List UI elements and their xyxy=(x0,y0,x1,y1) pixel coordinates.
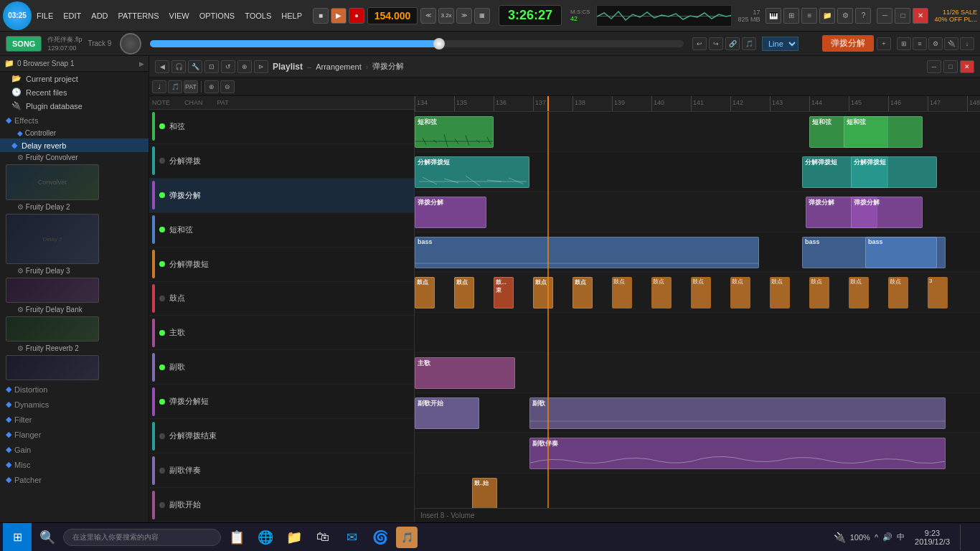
clip-5-7[interactable]: 鼓点 xyxy=(651,277,672,309)
clip-10-1[interactable]: 鼓..始 xyxy=(472,478,497,508)
rt-3[interactable]: ⚙ xyxy=(928,37,943,50)
clip-2-1[interactable]: 分解弹拨短 xyxy=(415,156,529,188)
pl-headphones[interactable]: 🎧 xyxy=(171,60,186,73)
plugin-icon[interactable]: ⚙ xyxy=(837,8,853,24)
sidebar-effects-section[interactable]: ◆ Effects xyxy=(0,113,149,128)
sidebar-recent-files[interactable]: 🕒 Recent files xyxy=(0,85,149,99)
channel-btn[interactable]: ▦ xyxy=(474,8,490,24)
clip-8-1[interactable]: 副歌开始 xyxy=(415,397,479,429)
clip-7-1[interactable]: 主歌 xyxy=(415,357,515,389)
sidebar-filter-section[interactable]: ◆ Filter xyxy=(0,412,149,427)
menu-view[interactable]: VIEW xyxy=(167,10,192,22)
sidebar-gain-section[interactable]: ◆ Gain xyxy=(0,442,149,457)
rt-2[interactable]: ≡ xyxy=(913,37,927,50)
pl-magnify[interactable]: ⊕ xyxy=(237,60,252,73)
taskbar-fl-icon[interactable]: 🎵 xyxy=(396,527,418,548)
clip-5-10[interactable]: 鼓点 xyxy=(770,277,790,309)
rt-5[interactable]: ↓ xyxy=(960,37,974,50)
taskbar-search-btn[interactable]: 🔍 xyxy=(34,524,60,550)
clip-5-1[interactable]: 鼓点 xyxy=(415,277,435,309)
track-name-row-11[interactable]: 副歌伴奏 xyxy=(149,453,414,488)
clip-9-1[interactable]: 副歌伴奏 xyxy=(529,438,946,469)
taskbar-store[interactable]: 🛍 xyxy=(310,524,336,550)
min-btn[interactable]: ─ xyxy=(877,8,892,24)
tempo-down[interactable]: ≪ xyxy=(420,8,436,24)
tempo-mode[interactable]: 3.2x xyxy=(438,8,454,24)
pl-close[interactable]: ✕ xyxy=(960,60,974,73)
track-name-row-4[interactable]: 短和弦 xyxy=(149,213,414,248)
clip-8-2[interactable]: 副歌 xyxy=(529,397,946,429)
play-btn[interactable]: ▶ xyxy=(331,8,347,24)
close-btn[interactable]: ✕ xyxy=(913,8,928,24)
sidebar-fruity-reeverb-2[interactable]: ⚙ Fruity Reeverb 2 xyxy=(0,343,149,354)
volume-slider[interactable] xyxy=(150,40,684,47)
sidebar-distortion-section[interactable]: ◆ Distortion xyxy=(0,382,149,397)
sidebar-flanger-section[interactable]: ◆ Flanger xyxy=(0,427,149,442)
tb-fwd[interactable]: ↪ xyxy=(709,37,723,50)
track-name-row-12[interactable]: 副歌开始 xyxy=(149,488,414,522)
piano-icon[interactable]: 🎹 xyxy=(765,8,781,24)
pl-tools[interactable]: 🔧 xyxy=(188,60,202,73)
track-name-row-8[interactable]: 副歌 xyxy=(149,350,414,385)
sidebar-fruity-convolver[interactable]: ⚙ Fruity Convolver xyxy=(0,152,149,163)
clip-2-3[interactable]: 分解弹拨短 xyxy=(851,156,937,188)
rt-1[interactable]: ⊞ xyxy=(897,37,911,50)
taskbar-browser2[interactable]: 🌀 xyxy=(367,524,393,550)
sidebar-fruity-delay-2[interactable]: ⚙ Fruity Delay 2 xyxy=(0,202,149,212)
pl-minimize[interactable]: ─ xyxy=(927,60,941,73)
clip-5-11[interactable]: 鼓点 xyxy=(809,277,829,309)
rt-4[interactable]: 🔌 xyxy=(944,37,958,50)
track-name-row-1[interactable]: 和弦 xyxy=(149,110,414,144)
track-name-row-7[interactable]: 主歌 xyxy=(149,316,414,350)
pt-chord[interactable]: 🎵 xyxy=(168,80,182,93)
bpm-display[interactable]: 154.000 xyxy=(367,7,418,24)
mixer-icon[interactable]: ≡ xyxy=(801,8,817,24)
menu-patterns[interactable]: PATTERNS xyxy=(116,10,161,22)
sidebar-misc-section[interactable]: ◆ Misc xyxy=(0,457,149,472)
pl-snap[interactable]: ⊡ xyxy=(204,60,219,73)
pl-loop[interactable]: ↺ xyxy=(221,60,235,73)
song-mode-btn[interactable]: SONG xyxy=(6,36,42,52)
clip-5-6[interactable]: 鼓点 xyxy=(612,277,632,309)
menu-add[interactable]: ADD xyxy=(89,10,110,22)
sidebar-fruity-delay-3[interactable]: ⚙ Fruity Delay 3 xyxy=(0,265,149,276)
track-name-row-10[interactable]: 分解弹拨结束 xyxy=(149,419,414,453)
track-name-row-9[interactable]: 弹拨分解短 xyxy=(149,385,414,419)
taskbar-edge[interactable]: 🌐 xyxy=(253,524,278,550)
track-name-row-2[interactable]: 分解弹拨 xyxy=(149,144,414,179)
pl-maximize[interactable]: □ xyxy=(943,60,958,73)
menu-file[interactable]: FILE xyxy=(34,10,55,22)
taskbar-task-view[interactable]: 📋 xyxy=(224,524,250,550)
tb-back[interactable]: ↩ xyxy=(692,37,707,50)
clip-3-1[interactable]: 弹拨分解 xyxy=(415,197,486,228)
clip-1-3[interactable]: 短和弦 xyxy=(844,116,923,148)
clip-5-3[interactable]: 鼓...束 xyxy=(494,277,514,309)
clip-5-4[interactable]: 鼓点 xyxy=(533,277,553,309)
volume-knob[interactable] xyxy=(120,33,141,55)
clip-5-13[interactable]: 鼓点 xyxy=(888,277,908,309)
taskbar-search-bar[interactable]: 在这里输入你要搜索的内容 xyxy=(63,529,221,546)
pt-zoom-in[interactable]: ⊕ xyxy=(204,80,219,93)
taskbar-mail[interactable]: ✉ xyxy=(339,524,364,550)
track-name-row-6[interactable]: 鼓点 xyxy=(149,282,414,316)
line-select[interactable]: Line xyxy=(762,37,798,51)
volume-icon[interactable]: 🔊 xyxy=(882,532,892,542)
sidebar-dynamics-section[interactable]: ◆ Dynamics xyxy=(0,397,149,412)
clip-5-12[interactable]: 鼓点 xyxy=(849,277,869,309)
clip-5-5[interactable]: 鼓点 xyxy=(573,277,593,309)
clip-4-1[interactable]: bass xyxy=(415,237,759,268)
pl-skip[interactable]: ⊳ xyxy=(254,60,268,73)
menu-options[interactable]: OPTIONS xyxy=(197,10,237,22)
track-name-row-5[interactable]: 分解弹拨短 xyxy=(149,248,414,282)
sidebar-controller[interactable]: ◆ Controller xyxy=(0,128,149,138)
tempo-up[interactable]: ≫ xyxy=(456,8,472,24)
menu-help[interactable]: HELP xyxy=(279,10,304,22)
smart-icon[interactable]: ? xyxy=(855,8,871,24)
browser-nav[interactable]: ▶ xyxy=(139,60,144,67)
sidebar-patcher-section[interactable]: ◆ Patcher xyxy=(0,472,149,487)
record-btn[interactable]: ● xyxy=(349,8,364,24)
chord-btn[interactable]: 弹拨分解 xyxy=(822,35,874,52)
pt-zoom-out[interactable]: ⊖ xyxy=(220,80,235,93)
pt-pat[interactable]: PAT xyxy=(184,80,198,93)
clip-5-9[interactable]: 鼓点 xyxy=(730,277,750,309)
